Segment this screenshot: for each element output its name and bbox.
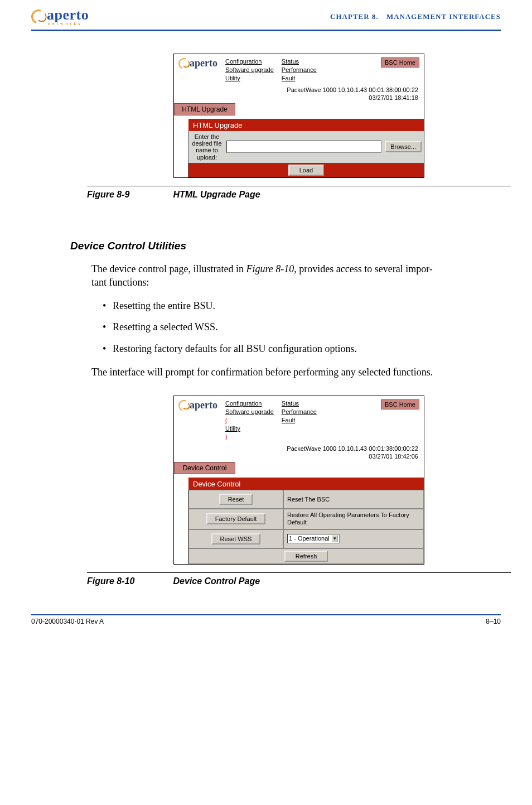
ss-utility-marker-icon: ( xyxy=(225,417,227,423)
ss-info-line1: PacketWave 1000 10.10.1.43 00:01:38:00:0… xyxy=(180,86,418,94)
bullet-2: Resetting a selected WSS. xyxy=(103,320,501,334)
ss-load-button[interactable]: Load xyxy=(288,165,324,176)
ss-left-stub xyxy=(174,131,188,162)
ss-link-configuration[interactable]: Configuration xyxy=(225,57,274,66)
ss-side-html-upgrade-button[interactable]: HTML Upgrade xyxy=(174,103,235,115)
logo: aperto n e t w o r k s xyxy=(31,7,89,26)
ss-left-stub xyxy=(174,478,188,490)
section-heading: Device Control Utilities xyxy=(70,240,501,252)
ss-left-stub xyxy=(174,163,188,177)
ss-logo-text: aperto xyxy=(190,399,217,411)
ss-left-stub xyxy=(174,490,188,563)
ss-reset-button[interactable]: Reset xyxy=(219,494,253,505)
ss-link-software-upgrade[interactable]: Software upgrade xyxy=(225,408,274,416)
ss-info-line2: 03/27/01 18:41:18 xyxy=(180,94,418,102)
ss-refresh-button[interactable]: Refresh xyxy=(284,551,328,562)
ss-info-line1: PacketWave 1000 10.10.1.43 00:01:38:00:0… xyxy=(180,445,418,453)
ss-browse-button[interactable]: Browse... xyxy=(385,141,422,152)
screenshot-html-upgrade: aperto Configuration Software upgrade Ut… xyxy=(173,54,424,178)
figure-title: Device Control Page xyxy=(173,576,260,586)
body-para-2: The interface will prompt for confirmati… xyxy=(91,365,501,379)
header-rule xyxy=(31,30,501,31)
ss-menu-col-1: Configuration Software upgrade Utility xyxy=(225,57,274,83)
ss-logo-text: aperto xyxy=(190,57,217,69)
ss-logo: aperto xyxy=(178,399,217,411)
bullet-1: Resetting the entire BSU. xyxy=(103,299,501,312)
figure-title: HTML Upgrade Page xyxy=(173,190,260,199)
ss-device-info: PacketWave 1000 10.10.1.43 00:01:38:00:0… xyxy=(174,85,424,104)
ss-link-fault[interactable]: Fault xyxy=(282,74,317,83)
figure-caption-8-9: Figure 8-9 HTML Upgrade Page xyxy=(87,190,511,200)
figure-caption-8-10: Figure 8-10 Device Control Page xyxy=(87,576,511,586)
ss-bsc-home-button[interactable]: BSC Home xyxy=(381,57,419,68)
chapter-label: CHAPTER 8. xyxy=(330,12,379,21)
ss-link-fault[interactable]: Fault xyxy=(282,416,317,425)
ss-bsc-home-button[interactable]: BSC Home xyxy=(381,399,419,409)
ss-link-performance[interactable]: Performance xyxy=(282,408,317,416)
running-head: CHAPTER 8. MANAGEMENT INTERFACES xyxy=(330,12,501,21)
figure-8-10: aperto Configuration Software upgrade (U… xyxy=(87,396,511,586)
figure-8-9: aperto Configuration Software upgrade Ut… xyxy=(87,54,511,200)
ss-section-header: Device Control xyxy=(188,478,424,490)
ss-link-utility[interactable]: Utility xyxy=(225,74,274,83)
ss-upload-label: Enter the desired file name to upload: xyxy=(191,133,223,160)
ss-menu-col-1: Configuration Software upgrade (Utility) xyxy=(225,399,274,441)
ss-device-info: PacketWave 1000 10.10.1.43 00:01:38:00:0… xyxy=(174,444,424,462)
ss-info-line2: 03/27/01 18:42:06 xyxy=(180,452,418,461)
ss-logo: aperto xyxy=(178,57,217,69)
logo-text: aperto xyxy=(47,7,89,23)
ss-link-software-upgrade[interactable]: Software upgrade xyxy=(225,66,274,74)
ss-factory-default-button[interactable]: Factory Default xyxy=(206,513,266,524)
figure-id: Figure 8-9 xyxy=(87,190,171,200)
ss-factory-default-desc: Restore All Operating Parameters To Fact… xyxy=(283,509,424,529)
page-header: aperto n e t w o r k s CHAPTER 8. MANAGE… xyxy=(31,7,501,26)
footer-pagenum: 8–10 xyxy=(486,618,501,625)
ss-link-status[interactable]: Status xyxy=(282,57,317,66)
ss-link-status[interactable]: Status xyxy=(282,399,317,408)
screenshot-device-control: aperto Configuration Software upgrade (U… xyxy=(173,396,424,564)
figure-rule xyxy=(87,186,511,186)
body-para-1: The device control page, illustrated in … xyxy=(91,262,501,290)
ss-reset-desc: Reset The BSC xyxy=(283,490,424,509)
ss-footer-bar: Refresh xyxy=(188,548,424,564)
footer-rule xyxy=(31,614,501,615)
ss-side-device-control-button[interactable]: Device Control xyxy=(174,462,235,474)
chapter-title: MANAGEMENT INTERFACES xyxy=(386,12,501,21)
ss-wss-select[interactable]: 1 - Operational xyxy=(287,534,340,543)
bullet-3: Restoring factory defaults for all BSU c… xyxy=(103,342,501,355)
bullet-list: Resetting the entire BSU. Resetting a se… xyxy=(103,299,501,355)
ss-section-header: HTML Upgrade xyxy=(188,119,424,131)
page-footer: 070-20000340-01 Rev A 8–10 xyxy=(31,614,501,625)
figure-id: Figure 8-10 xyxy=(87,576,171,586)
ss-menu-col-2: Status Performance Fault xyxy=(282,399,317,425)
ss-menu-col-2: Status Performance Fault xyxy=(282,57,317,83)
ss-reset-wss-button[interactable]: Reset WSS xyxy=(211,533,261,544)
figure-rule xyxy=(87,572,511,573)
figure-reference: Figure 8-10 xyxy=(246,263,294,274)
ss-footer-bar: Load xyxy=(188,163,424,177)
ss-link-utility[interactable]: Utility xyxy=(225,425,274,433)
ss-upload-input[interactable] xyxy=(226,141,381,153)
footer-docnum: 070-20000340-01 Rev A xyxy=(31,618,104,625)
ss-link-configuration[interactable]: Configuration xyxy=(225,399,274,408)
ss-utility-marker-icon: ) xyxy=(225,434,227,440)
ss-left-stub xyxy=(174,119,188,131)
ss-link-performance[interactable]: Performance xyxy=(282,66,317,74)
logo-swoosh-icon xyxy=(29,7,49,26)
